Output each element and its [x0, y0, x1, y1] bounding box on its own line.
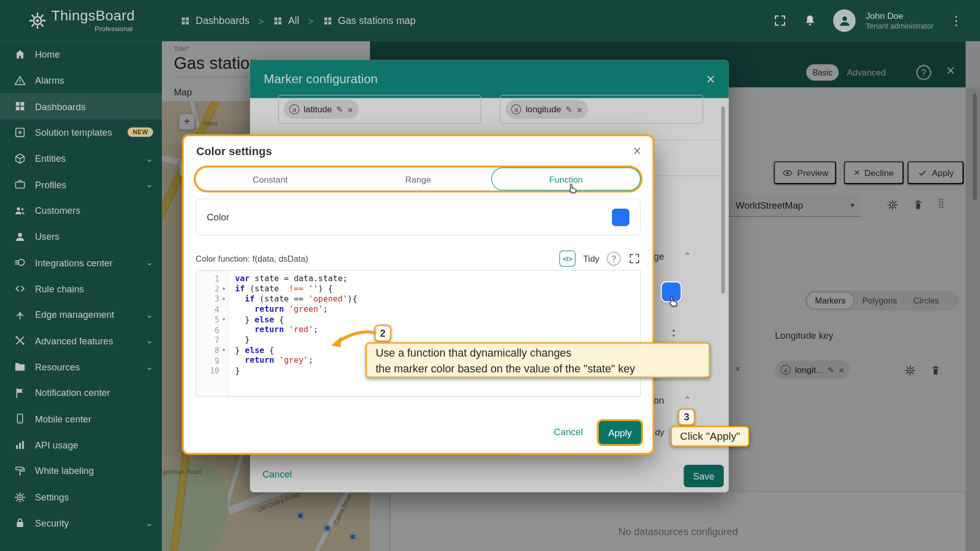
code-line[interactable]: } else {: [235, 345, 640, 356]
gutter-line[interactable]: 3▾: [196, 294, 228, 304]
function-row: Color function: f(data, dsData) </> Tidy…: [195, 251, 641, 267]
gutter-line: 1: [196, 273, 228, 284]
highlighted-color-swatch[interactable]: [662, 282, 681, 301]
editor-gutter: 12▾3▾45▾678▾910: [196, 270, 229, 396]
fold-icon: ▾: [220, 296, 227, 302]
color-label: Color: [207, 212, 229, 222]
color-settings-dialog: Color settings × ConstantRangeFunction C…: [184, 136, 652, 453]
gutter-line[interactable]: 5▾: [196, 315, 228, 325]
editor-code[interactable]: var state = data.state;if (state !== '')…: [229, 270, 640, 396]
code-line[interactable]: } else {: [235, 315, 640, 325]
code-line[interactable]: return 'grey';: [235, 356, 640, 366]
screen: Title* Gas stations map Map West gorman …: [0, 0, 980, 551]
code-line[interactable]: if (state !== '') {: [235, 284, 640, 294]
gutter-line[interactable]: 2▾: [196, 284, 228, 294]
tidy-button[interactable]: Tidy: [583, 254, 600, 264]
dialog-title: Color settings: [196, 145, 272, 158]
code-line[interactable]: }: [235, 335, 640, 345]
gutter-line[interactable]: 8▾: [196, 345, 228, 356]
gutter-line: 7: [196, 335, 228, 345]
code-line[interactable]: return 'red';: [235, 325, 640, 335]
help-icon[interactable]: ?: [607, 252, 621, 265]
code-line[interactable]: return 'green';: [235, 305, 640, 315]
color-type-tab-range[interactable]: Range: [344, 168, 492, 190]
gutter-line: 9: [196, 356, 228, 366]
gutter-line: 4: [196, 305, 228, 315]
fullscreen-icon[interactable]: [628, 253, 641, 265]
color-cancel-button[interactable]: Cancel: [554, 427, 583, 437]
fold-icon: ▾: [220, 347, 227, 353]
code-line[interactable]: }: [235, 366, 640, 376]
gutter-line: 6: [196, 325, 228, 335]
fold-icon: ▾: [220, 317, 227, 322]
fold-icon: ▾: [220, 286, 227, 292]
close-icon[interactable]: ×: [633, 143, 642, 159]
code-line[interactable]: if (state == 'opened'){: [235, 294, 640, 304]
hand-cursor-icon: [565, 181, 579, 197]
code-line[interactable]: var state = data.state;: [235, 273, 640, 284]
color-swatch[interactable]: [612, 208, 629, 226]
code-editor[interactable]: 12▾3▾45▾678▾910 var state = data.state;i…: [195, 270, 641, 397]
color-apply-button[interactable]: Apply: [599, 421, 641, 444]
editor-embed-icon[interactable]: </>: [559, 251, 576, 267]
color-type-tab-constant[interactable]: Constant: [196, 168, 344, 190]
color-field: Color: [195, 198, 641, 235]
gutter-line: 10: [196, 366, 228, 376]
color-function-label: Color function: f(data, dsData): [195, 254, 308, 263]
